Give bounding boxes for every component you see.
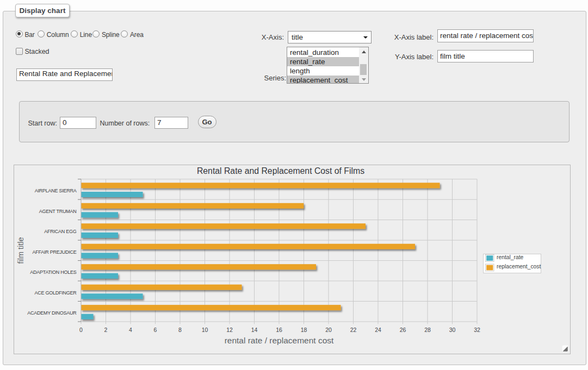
svg-text:Rental Rate and Replacement Co: Rental Rate and Replacement Cost of Film…: [197, 166, 364, 175]
svg-text:ACADEMY DINOSAUR: ACADEMY DINOSAUR: [27, 310, 77, 316]
svg-text:4: 4: [129, 327, 132, 333]
svg-text:2: 2: [104, 327, 108, 333]
svg-text:20: 20: [325, 327, 332, 333]
svg-text:0: 0: [79, 327, 83, 333]
svg-text:replacement_cost: replacement_cost: [497, 264, 541, 269]
svg-text:6: 6: [154, 327, 157, 333]
svg-text:AIRPLANE SIERRA: AIRPLANE SIERRA: [35, 188, 77, 193]
svg-text:AFRICAN EGG: AFRICAN EGG: [44, 229, 77, 234]
svg-text:12: 12: [226, 327, 233, 333]
svg-text:10: 10: [202, 327, 208, 333]
svg-text:14: 14: [251, 327, 258, 333]
svg-text:22: 22: [350, 327, 357, 333]
svg-text:16: 16: [276, 327, 282, 333]
svg-text:AGENT TRUMAN: AGENT TRUMAN: [39, 209, 77, 214]
svg-text:AFFAIR PREJUDICE: AFFAIR PREJUDICE: [32, 249, 76, 255]
svg-text:rental rate / replacement cost: rental rate / replacement cost: [225, 336, 334, 345]
svg-text:ACE GOLDFINGER: ACE GOLDFINGER: [34, 290, 77, 296]
svg-text:rental_rate: rental_rate: [497, 254, 524, 260]
svg-text:32: 32: [474, 327, 480, 333]
svg-text:8: 8: [178, 327, 182, 333]
svg-text:ADAPTATION HOLES: ADAPTATION HOLES: [30, 269, 76, 275]
svg-text:28: 28: [424, 327, 431, 333]
svg-text:30: 30: [449, 327, 456, 333]
svg-text:film title: film title: [16, 237, 25, 264]
svg-text:18: 18: [301, 327, 307, 333]
svg-text:26: 26: [400, 327, 406, 333]
svg-text:24: 24: [375, 327, 381, 333]
